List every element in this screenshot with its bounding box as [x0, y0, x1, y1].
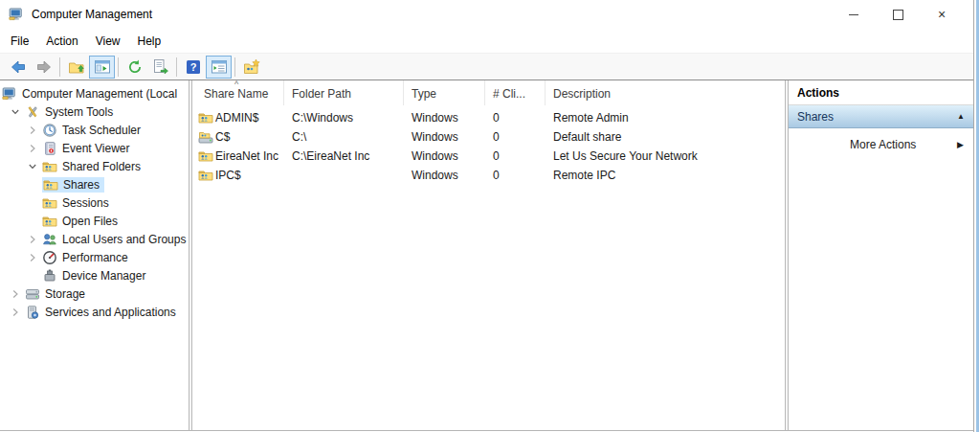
cell-description: Let Us Secure Your Network	[546, 149, 785, 163]
sort-ascending-icon: ^	[234, 80, 238, 88]
column-header-label: Description	[553, 87, 611, 101]
column-header-client-connections[interactable]: # Cli...	[485, 80, 546, 105]
more-actions-label: More Actions	[850, 138, 957, 151]
tree-item-services-and-applications[interactable]: Services and Applications	[0, 303, 189, 321]
window-right-border	[973, 0, 974, 432]
up-one-level-button[interactable]	[63, 56, 89, 79]
tree-item-system-tools[interactable]: System Tools	[0, 102, 189, 121]
column-header-label: Share Name	[204, 87, 268, 101]
device-manager-icon	[42, 268, 57, 284]
forward-button	[31, 56, 56, 79]
toolbar-separator	[59, 57, 60, 77]
column-header-description[interactable]: Description	[546, 80, 785, 105]
tree-item-label: Shared Folders	[61, 159, 144, 174]
shared-folder-icon	[198, 148, 213, 164]
tree-item-event-viewer[interactable]: Event Viewer	[0, 139, 189, 157]
console-window-button[interactable]	[89, 56, 115, 79]
console-tree-pane: Computer Management (Local System Tools …	[0, 80, 189, 430]
shared-folder-icon	[43, 177, 58, 193]
close-button[interactable]: ×	[920, 0, 964, 29]
column-header-share-name[interactable]: ^ Share Name	[192, 80, 284, 105]
tree-item-task-scheduler[interactable]: Task Scheduler	[0, 121, 189, 139]
cell-description: Default share	[546, 130, 785, 144]
cell-description: Remote IPC	[546, 169, 785, 182]
shares-list-pane: ^ Share Name Folder Path Type # Cli... D…	[192, 80, 785, 430]
window-bottom-border	[0, 430, 973, 431]
background-window-edge	[976, 0, 979, 432]
tree-item-label: Device Manager	[61, 268, 148, 284]
services-icon	[25, 305, 40, 320]
chevron-right-icon[interactable]	[25, 234, 40, 245]
expander-spacer	[25, 270, 40, 282]
chevron-right-icon[interactable]	[25, 252, 40, 263]
chevron-right-icon[interactable]	[8, 307, 23, 318]
shared-folder-icon	[198, 110, 213, 125]
menu-view[interactable]: View	[87, 32, 129, 51]
cell-folder-path: C:\Windows	[284, 111, 404, 125]
actions-pane: Actions Shares ▲ More Actions ▶	[789, 80, 973, 430]
export-list-button[interactable]	[147, 56, 173, 79]
computer-management-icon	[9, 7, 24, 22]
chevron-down-icon[interactable]	[25, 161, 40, 172]
help-button[interactable]	[180, 56, 206, 79]
tree-item-shares[interactable]: Shares	[0, 175, 189, 193]
minimize-button[interactable]	[832, 0, 876, 29]
menu-action[interactable]: Action	[37, 32, 86, 51]
system-tools-icon	[25, 104, 40, 120]
maximize-icon	[893, 10, 903, 20]
chevron-down-icon[interactable]	[8, 106, 23, 118]
cell-type: Windows	[404, 149, 485, 163]
show-console-tree-icon	[211, 58, 228, 76]
export-list-icon	[152, 58, 169, 76]
column-header-label: Folder Path	[292, 87, 351, 101]
forward-arrow-icon	[35, 58, 53, 76]
tree-item-label: Sessions	[61, 195, 112, 211]
menu-file[interactable]: File	[2, 32, 37, 51]
table-row-eireanet-share[interactable]: EireaNet Inc C:\EireaNet Inc Windows 0 L…	[192, 147, 785, 166]
column-header-folder-path[interactable]: Folder Path	[284, 80, 404, 105]
actions-pane-title: Actions	[789, 80, 973, 105]
table-row-ipc-share[interactable]: IPC$ Windows 0 Remote IPC	[192, 166, 785, 185]
tree-item-storage[interactable]: Storage	[0, 284, 189, 303]
chevron-right-icon[interactable]	[25, 125, 40, 136]
table-row-c-share[interactable]: C$ C:\ Windows 0 Default share	[192, 127, 785, 147]
refresh-button[interactable]	[122, 56, 147, 79]
tree-item-device-manager[interactable]: Device Manager	[0, 266, 189, 284]
chevron-right-icon[interactable]	[8, 288, 23, 300]
actions-section-shares[interactable]: Shares ▲	[789, 105, 973, 128]
actions-section-label: Shares	[797, 110, 957, 124]
tree-item-local-users-and-groups[interactable]: Local Users and Groups	[0, 230, 189, 248]
column-header-label: Type	[412, 87, 436, 101]
cell-share-name: EireaNet Inc	[192, 148, 284, 164]
menu-help[interactable]: Help	[129, 32, 170, 51]
column-header-label: # Cli...	[493, 87, 525, 101]
cell-share-name: IPC$	[192, 168, 284, 183]
tree-item-performance[interactable]: Performance	[0, 248, 189, 266]
tree-item-label: Open Files	[61, 214, 121, 229]
window-title: Computer Management	[32, 8, 152, 21]
more-actions-button[interactable]: More Actions ▶	[789, 134, 973, 155]
show-console-tree-button[interactable]	[206, 56, 232, 79]
tree-item-sessions[interactable]: Sessions	[0, 193, 189, 212]
toolbar	[0, 53, 973, 80]
menu-bar: File Action View Help	[0, 29, 973, 53]
event-viewer-icon	[42, 141, 57, 156]
window-controls: ×	[832, 0, 964, 29]
help-icon	[185, 58, 202, 76]
cell-client-connections: 0	[485, 130, 546, 144]
tree-item-open-files[interactable]: Open Files	[0, 212, 189, 230]
column-header-type[interactable]: Type	[404, 80, 485, 105]
tree-item-shared-folders[interactable]: Shared Folders	[0, 157, 189, 175]
back-button[interactable]	[5, 56, 31, 79]
maximize-button[interactable]	[876, 0, 920, 29]
cell-share-name: ADMIN$	[192, 110, 284, 125]
collapse-section-icon[interactable]: ▲	[957, 112, 965, 121]
chevron-right-icon[interactable]	[25, 143, 40, 154]
new-share-button[interactable]	[238, 56, 264, 79]
tree-item-label: Services and Applications	[44, 305, 179, 320]
share-name-text: EireaNet Inc	[215, 149, 278, 163]
table-row-admin-share[interactable]: ADMIN$ C:\Windows Windows 0 Remote Admin	[192, 108, 785, 127]
toolbar-separator	[176, 57, 177, 77]
shared-folder-icon	[42, 195, 57, 211]
tree-item-computer-management[interactable]: Computer Management (Local	[0, 84, 189, 102]
